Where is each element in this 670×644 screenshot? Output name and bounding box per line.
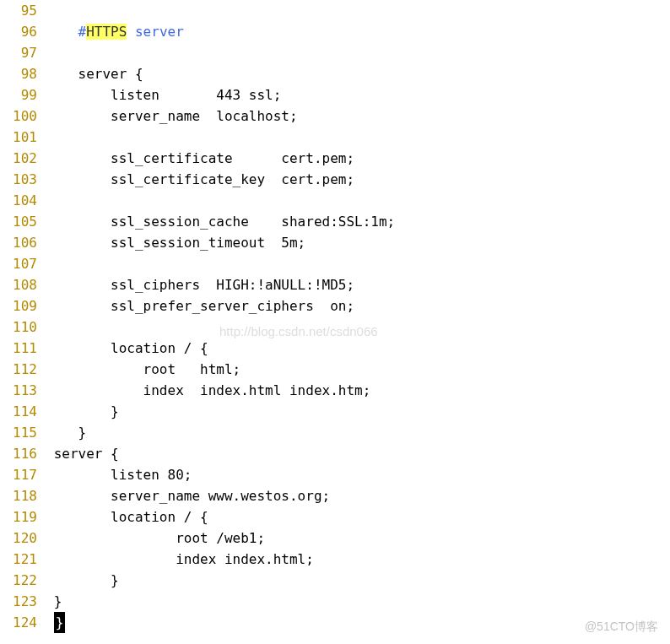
line-number: 113 xyxy=(0,380,46,401)
code-editor[interactable]: 9596 #HTTPS server9798 server {99 listen… xyxy=(0,0,670,633)
code-line[interactable]: 115 } xyxy=(0,422,670,443)
code-content xyxy=(46,317,670,338)
code-line[interactable]: 118 server_name www.westos.org; xyxy=(0,485,670,506)
code-line[interactable]: 119 location / { xyxy=(0,506,670,528)
code-content: #HTTPS server xyxy=(46,21,670,42)
line-number: 118 xyxy=(0,485,46,506)
line-number: 109 xyxy=(0,295,46,317)
line-number: 119 xyxy=(0,506,46,528)
line-number: 116 xyxy=(0,443,46,464)
code-line[interactable]: 107 xyxy=(0,253,670,274)
line-number: 99 xyxy=(0,84,46,106)
code-content: server_name www.westos.org; xyxy=(46,485,670,506)
code-line[interactable]: 110 xyxy=(0,317,670,338)
line-number: 122 xyxy=(0,570,46,591)
code-line[interactable]: 103 ssl_certificate_key cert.pem; xyxy=(0,169,670,190)
code-line[interactable]: 101 xyxy=(0,127,670,148)
line-number: 101 xyxy=(0,127,46,148)
code-content: index index.html; xyxy=(46,549,670,570)
code-content: location / { xyxy=(46,338,670,359)
line-number: 107 xyxy=(0,253,46,274)
code-line[interactable]: 117 listen 80; xyxy=(0,464,670,485)
code-content: ssl_session_cache shared:SSL:1m; xyxy=(46,211,670,232)
code-line[interactable]: 124 } xyxy=(0,612,670,633)
code-line[interactable]: 102 ssl_certificate cert.pem; xyxy=(0,148,670,169)
line-number: 114 xyxy=(0,401,46,422)
code-content: } xyxy=(46,570,670,591)
code-line[interactable]: 95 xyxy=(0,0,670,21)
line-number: 112 xyxy=(0,359,46,380)
code-content: } xyxy=(46,591,670,612)
code-content: server_name localhost; xyxy=(46,106,670,127)
code-content: location / { xyxy=(46,506,670,528)
search-highlight: HTTPS xyxy=(86,24,127,40)
line-number: 96 xyxy=(0,21,46,42)
line-number: 111 xyxy=(0,338,46,359)
line-number: 115 xyxy=(0,422,46,443)
code-line[interactable]: 123 } xyxy=(0,591,670,612)
line-number: 102 xyxy=(0,148,46,169)
line-number: 104 xyxy=(0,190,46,211)
line-number: 106 xyxy=(0,232,46,253)
code-content: listen 443 ssl; xyxy=(46,84,670,106)
code-content: index index.html index.htm; xyxy=(46,380,670,401)
line-number: 121 xyxy=(0,549,46,570)
code-line[interactable]: 114 } xyxy=(0,401,670,422)
cursor: } xyxy=(54,612,66,633)
code-content: } xyxy=(46,401,670,422)
code-content xyxy=(46,190,670,211)
code-content: } xyxy=(46,422,670,443)
code-content xyxy=(46,127,670,148)
line-number: 108 xyxy=(0,274,46,295)
code-line[interactable]: 106 ssl_session_timeout 5m; xyxy=(0,232,670,253)
line-number: 103 xyxy=(0,169,46,190)
code-content: ssl_ciphers HIGH:!aNULL:!MD5; xyxy=(46,274,670,295)
code-line[interactable]: 96 #HTTPS server xyxy=(0,21,670,42)
code-content: } xyxy=(46,612,670,633)
code-line[interactable]: 100 server_name localhost; xyxy=(0,106,670,127)
line-number: 100 xyxy=(0,106,46,127)
line-number: 97 xyxy=(0,42,46,63)
code-content: root /web1; xyxy=(46,528,670,549)
code-line[interactable]: 108 ssl_ciphers HIGH:!aNULL:!MD5; xyxy=(0,274,670,295)
code-content: root html; xyxy=(46,359,670,380)
code-content: ssl_certificate cert.pem; xyxy=(46,148,670,169)
code-line[interactable]: 97 xyxy=(0,42,670,63)
line-number: 120 xyxy=(0,528,46,549)
line-number: 110 xyxy=(0,317,46,338)
line-number: 95 xyxy=(0,0,46,21)
code-line[interactable]: 98 server { xyxy=(0,63,670,84)
code-content: server { xyxy=(46,63,670,84)
code-line[interactable]: 122 } xyxy=(0,570,670,591)
code-line[interactable]: 121 index index.html; xyxy=(0,549,670,570)
code-line[interactable]: 113 index index.html index.htm; xyxy=(0,380,670,401)
code-content: ssl_session_timeout 5m; xyxy=(46,232,670,253)
code-line[interactable]: 109 ssl_prefer_server_ciphers on; xyxy=(0,295,670,317)
line-number: 123 xyxy=(0,591,46,612)
line-number: 117 xyxy=(0,464,46,485)
code-line[interactable]: 111 location / { xyxy=(0,338,670,359)
code-line[interactable]: 116 server { xyxy=(0,443,670,464)
code-content: ssl_prefer_server_ciphers on; xyxy=(46,295,670,317)
code-line[interactable]: 105 ssl_session_cache shared:SSL:1m; xyxy=(0,211,670,232)
code-content xyxy=(46,253,670,274)
code-content xyxy=(46,0,670,21)
line-number: 98 xyxy=(0,63,46,84)
code-line[interactable]: 112 root html; xyxy=(0,359,670,380)
code-line[interactable]: 99 listen 443 ssl; xyxy=(0,84,670,106)
code-line[interactable]: 120 root /web1; xyxy=(0,528,670,549)
code-content: ssl_certificate_key cert.pem; xyxy=(46,169,670,190)
code-content: server { xyxy=(46,443,670,464)
line-number: 105 xyxy=(0,211,46,232)
code-content xyxy=(46,42,670,63)
code-line[interactable]: 104 xyxy=(0,190,670,211)
code-content: listen 80; xyxy=(46,464,670,485)
line-number: 124 xyxy=(0,612,46,633)
